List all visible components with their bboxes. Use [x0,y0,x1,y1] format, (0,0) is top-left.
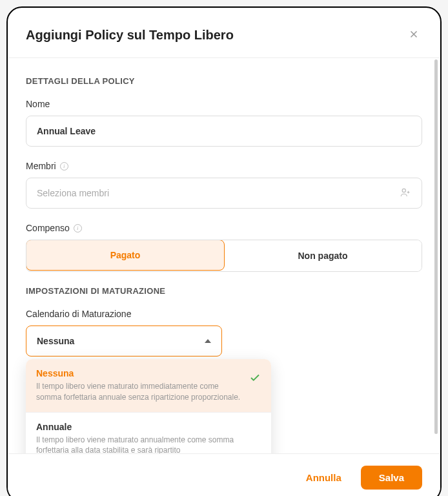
check-icon [249,372,261,386]
accrual-option-none[interactable]: Nessuna Il tempo libero viene maturato i… [26,359,271,412]
label-compensation: Compenso i [26,223,422,233]
accrual-option-annual[interactable]: Annuale Il tempo libero viene maturato a… [26,412,271,453]
modal-footer: Annulla Salva [8,453,440,496]
accrual-schedule-trigger[interactable]: Nessuna [26,326,222,356]
modal-add-leave-policy: Aggiungi Policy sul Tempo Libero DETTAGL… [6,6,442,496]
compensation-toggle: Pagato Non pagato [26,240,422,272]
info-icon[interactable]: i [74,224,82,232]
close-icon [408,32,420,42]
option-desc: Il tempo libero viene maturato immediata… [36,381,261,403]
label-accrual-schedule: Calendario di Maturazione [26,309,422,319]
modal-header: Aggiungi Policy sul Tempo Libero [8,8,440,58]
option-title: Nessuna [36,368,261,378]
svg-point-0 [402,189,405,192]
field-members: Membri i Seleziona membri [26,161,422,209]
label-name: Nome [26,99,422,109]
field-accrual-schedule: Calendario di Maturazione Nessuna Nessun… [26,309,422,356]
option-title: Annuale [36,422,261,432]
section-title-accrual: IMPOSTAZIONI DI MATURAZIONE [26,286,422,296]
members-select[interactable]: Seleziona membri [26,178,422,209]
section-title-policy-details: DETTAGLI DELLA POLICY [26,76,422,86]
accrual-schedule-menu: Nessuna Il tempo libero viene maturato i… [26,359,271,453]
members-placeholder: Seleziona membri [37,188,109,198]
accrual-schedule-dropdown: Nessuna Nessuna Il tempo libero viene ma… [26,326,222,356]
name-input[interactable] [26,116,422,147]
label-members: Membri i [26,161,422,171]
section-accrual: IMPOSTAZIONI DI MATURAZIONE Calendario d… [26,286,422,356]
modal-body: DETTAGLI DELLA POLICY Nome Membri i Sele… [8,58,440,453]
toggle-paid[interactable]: Pagato [26,240,225,271]
option-desc: Il tempo libero viene maturato annualmen… [36,435,261,453]
info-icon[interactable]: i [60,162,68,170]
close-button[interactable] [405,26,422,45]
accrual-schedule-value: Nessuna [37,336,74,346]
label-compensation-text: Compenso [26,223,70,233]
cancel-button[interactable]: Annulla [296,466,352,490]
add-user-icon [400,187,411,200]
label-members-text: Membri [26,161,56,171]
modal-title: Aggiungi Policy sul Tempo Libero [26,28,234,43]
toggle-unpaid[interactable]: Non pagato [224,240,422,271]
field-compensation: Compenso i Pagato Non pagato [26,223,422,272]
chevron-up-icon [205,339,211,343]
field-name: Nome [26,99,422,147]
save-button[interactable]: Salva [361,466,422,490]
